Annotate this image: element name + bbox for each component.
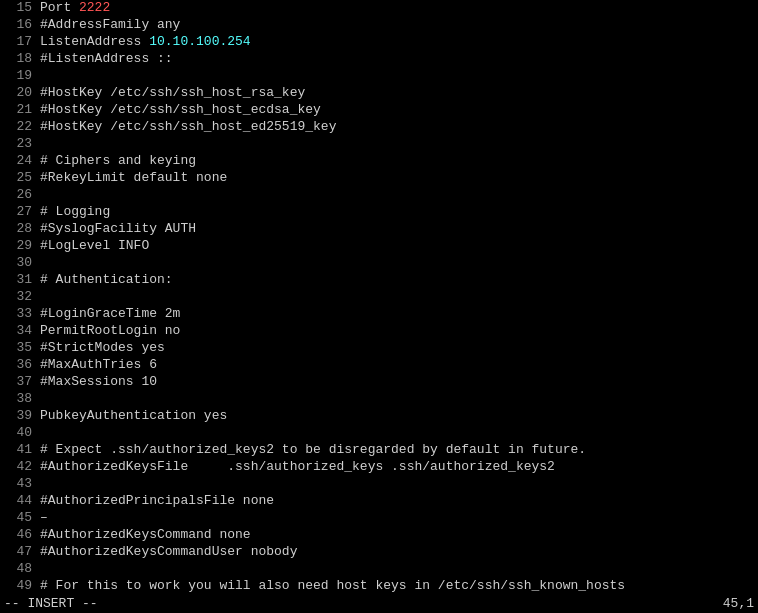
line-number: 20	[4, 85, 32, 100]
line-number: 23	[4, 136, 32, 151]
line-content: Port 2222	[40, 0, 754, 15]
line-number: 18	[4, 51, 32, 66]
line-number: 33	[4, 306, 32, 321]
line-number: 41	[4, 442, 32, 457]
table-row: 38	[0, 391, 758, 408]
table-row: 15Port 2222	[0, 0, 758, 17]
line-number: 16	[4, 17, 32, 32]
line-content: #HostKey /etc/ssh/ssh_host_rsa_key	[40, 85, 754, 100]
table-row: 35#StrictModes yes	[0, 340, 758, 357]
line-content: # Logging	[40, 204, 754, 219]
line-content: #AuthorizedKeysCommandUser nobody	[40, 544, 754, 559]
line-content: PubkeyAuthentication yes	[40, 408, 754, 423]
table-row: 37#MaxSessions 10	[0, 374, 758, 391]
line-content: #LoginGraceTime 2m	[40, 306, 754, 321]
line-content: # Ciphers and keying	[40, 153, 754, 168]
table-row: 44#AuthorizedPrincipalsFile none	[0, 493, 758, 510]
line-number: 19	[4, 68, 32, 83]
line-number: 40	[4, 425, 32, 440]
table-row: 46#AuthorizedKeysCommand none	[0, 527, 758, 544]
table-row: 28#SyslogFacility AUTH	[0, 221, 758, 238]
line-content: #RekeyLimit default none	[40, 170, 754, 185]
line-number: 22	[4, 119, 32, 134]
table-row: 20#HostKey /etc/ssh/ssh_host_rsa_key	[0, 85, 758, 102]
line-number: 28	[4, 221, 32, 236]
table-row: 25#RekeyLimit default none	[0, 170, 758, 187]
table-row: 41# Expect .ssh/authorized_keys2 to be d…	[0, 442, 758, 459]
line-number: 34	[4, 323, 32, 338]
line-number: 21	[4, 102, 32, 117]
table-row: 24# Ciphers and keying	[0, 153, 758, 170]
table-row: 33#LoginGraceTime 2m	[0, 306, 758, 323]
line-number: 35	[4, 340, 32, 355]
table-row: 19	[0, 68, 758, 85]
line-content: #ListenAddress ::	[40, 51, 754, 66]
table-row: 39PubkeyAuthentication yes	[0, 408, 758, 425]
line-number: 31	[4, 272, 32, 287]
table-row: 18#ListenAddress ::	[0, 51, 758, 68]
table-row: 43	[0, 476, 758, 493]
line-content: PermitRootLogin no	[40, 323, 754, 338]
table-row: 31# Authentication:	[0, 272, 758, 289]
line-number: 45	[4, 510, 32, 525]
line-number: 46	[4, 527, 32, 542]
line-number: 44	[4, 493, 32, 508]
line-content: #StrictModes yes	[40, 340, 754, 355]
line-number: 24	[4, 153, 32, 168]
line-number: 27	[4, 204, 32, 219]
line-number: 36	[4, 357, 32, 372]
table-row: 40	[0, 425, 758, 442]
line-number: 47	[4, 544, 32, 559]
table-row: 21#HostKey /etc/ssh/ssh_host_ecdsa_key	[0, 102, 758, 119]
line-number: 26	[4, 187, 32, 202]
line-content: #AuthorizedKeysCommand none	[40, 527, 754, 542]
line-content: #MaxAuthTries 6	[40, 357, 754, 372]
table-row: 34PermitRootLogin no	[0, 323, 758, 340]
line-number: 39	[4, 408, 32, 423]
editor: 15Port 222216#AddressFamily any17ListenA…	[0, 0, 758, 613]
line-content: #AddressFamily any	[40, 17, 754, 32]
table-row: 32	[0, 289, 758, 306]
table-row: 48	[0, 561, 758, 578]
cursor-position: 45,1	[723, 596, 754, 611]
line-content: #AuthorizedKeysFile .ssh/authorized_keys…	[40, 459, 754, 474]
insert-mode: -- INSERT --	[4, 596, 98, 611]
line-number: 15	[4, 0, 32, 15]
line-number: 30	[4, 255, 32, 270]
line-content: #LogLevel INFO	[40, 238, 754, 253]
table-row: 45–	[0, 510, 758, 527]
line-number: 49	[4, 578, 32, 593]
line-number: 25	[4, 170, 32, 185]
line-content: #AuthorizedPrincipalsFile none	[40, 493, 754, 508]
line-content: # Authentication:	[40, 272, 754, 287]
line-number: 48	[4, 561, 32, 576]
line-content: –	[40, 510, 754, 525]
line-number: 43	[4, 476, 32, 491]
line-number: 32	[4, 289, 32, 304]
table-row: 49# For this to work you will also need …	[0, 578, 758, 594]
line-number: 38	[4, 391, 32, 406]
line-content: # Expect .ssh/authorized_keys2 to be dis…	[40, 442, 754, 457]
table-row: 29#LogLevel INFO	[0, 238, 758, 255]
line-content: #HostKey /etc/ssh/ssh_host_ecdsa_key	[40, 102, 754, 117]
table-row: 47#AuthorizedKeysCommandUser nobody	[0, 544, 758, 561]
line-number: 29	[4, 238, 32, 253]
line-content: # For this to work you will also need ho…	[40, 578, 754, 593]
table-row: 42#AuthorizedKeysFile .ssh/authorized_ke…	[0, 459, 758, 476]
table-row: 26	[0, 187, 758, 204]
table-row: 36#MaxAuthTries 6	[0, 357, 758, 374]
line-number: 17	[4, 34, 32, 49]
line-content: #MaxSessions 10	[40, 374, 754, 389]
table-row: 30	[0, 255, 758, 272]
status-bar: -- INSERT -- 45,1	[0, 594, 758, 613]
table-row: 22#HostKey /etc/ssh/ssh_host_ed25519_key	[0, 119, 758, 136]
content-area: 15Port 222216#AddressFamily any17ListenA…	[0, 0, 758, 594]
line-content: ListenAddress 10.10.100.254	[40, 34, 754, 49]
table-row: 16#AddressFamily any	[0, 17, 758, 34]
table-row: 27# Logging	[0, 204, 758, 221]
line-content: #SyslogFacility AUTH	[40, 221, 754, 236]
line-number: 42	[4, 459, 32, 474]
table-row: 23	[0, 136, 758, 153]
line-number: 37	[4, 374, 32, 389]
line-content: #HostKey /etc/ssh/ssh_host_ed25519_key	[40, 119, 754, 134]
